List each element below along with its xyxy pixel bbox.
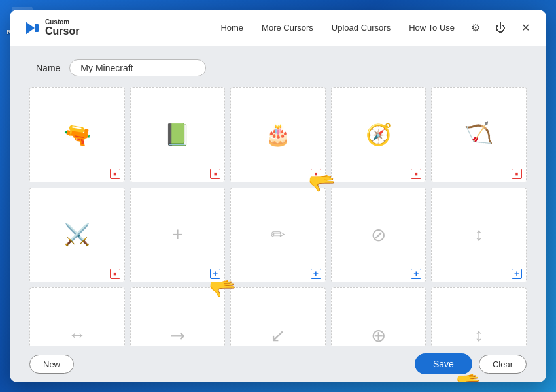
add-plus-button[interactable]: + xyxy=(210,269,220,279)
save-wrapper: Save 🫳 xyxy=(415,353,472,374)
cursor-cell-move[interactable]: ⊕ + xyxy=(331,287,426,346)
cursor-cell-book[interactable]: 📗 ▪ xyxy=(130,87,226,182)
pencil-icon: ✏ xyxy=(271,225,285,245)
nav-how-to-use[interactable]: How To Use xyxy=(409,23,455,33)
clear-button[interactable]: Clear xyxy=(479,355,527,374)
logo-cursor: Cursor xyxy=(45,25,79,37)
close-button[interactable]: ✕ xyxy=(517,20,533,36)
cursor-cell-resize-v2[interactable]: ↕ + xyxy=(431,287,527,346)
delete-book-button[interactable]: ▪ xyxy=(210,169,220,179)
svg-marker-0 xyxy=(26,22,35,35)
cursor-cell-compass[interactable]: 🧭 ▪ xyxy=(331,87,426,182)
nav-more-cursors[interactable]: More Cursors xyxy=(262,23,313,33)
footer: New Save 🫳 Clear xyxy=(10,346,546,382)
svg-rect-1 xyxy=(35,24,39,32)
nav-home[interactable]: Home xyxy=(220,23,243,33)
cursor-cell-pencil[interactable]: ✏ + xyxy=(230,188,326,283)
diagonal-2-icon: ↙ xyxy=(270,325,285,346)
bow-icon: 🏹 xyxy=(464,120,494,149)
app-window: Custom Cursor Home More Cursors Upload C… xyxy=(10,10,546,382)
cursor-cell-diag2[interactable]: ↙ + xyxy=(230,287,326,346)
cursor-cell-cake[interactable]: 🎂 ▪ 🫳 xyxy=(230,87,326,182)
footer-right: Save 🫳 Clear xyxy=(415,353,527,374)
logo: Custom Cursor xyxy=(23,18,79,37)
name-input[interactable] xyxy=(69,59,206,76)
nav-upload-cursors[interactable]: Upload Cursors xyxy=(332,23,391,33)
cake-icon: 🎂 xyxy=(265,122,291,147)
resize-vertical-2-icon: ↕ xyxy=(474,325,483,346)
power-button[interactable]: ⏻ xyxy=(493,20,508,36)
compass-icon: 🧭 xyxy=(366,122,392,147)
cursor-cell-bow[interactable]: 🏹 ▪ xyxy=(431,87,527,182)
delete-compass-button[interactable]: ▪ xyxy=(411,169,421,179)
delete-cake-button[interactable]: ▪ xyxy=(311,169,321,179)
nav-links: Home More Cursors Upload Cursors How To … xyxy=(220,23,455,33)
nav-actions: ⚙ ⏻ ✕ xyxy=(468,20,533,36)
content-area: Name 🔫 ▪ 📗 ▪ 🎂 ▪ 🫳 🧭 ▪ xyxy=(10,46,546,346)
add-pencil-button[interactable]: + xyxy=(311,269,321,279)
logo-arrow-icon xyxy=(23,19,41,37)
name-row: Name xyxy=(29,59,527,76)
logo-custom: Custom xyxy=(45,18,79,25)
delete-gun-button[interactable]: ▪ xyxy=(110,169,120,179)
move-icon: ⊕ xyxy=(371,325,386,346)
no-cursor-icon: ⊘ xyxy=(371,224,386,246)
cursor-cell-resize-v[interactable]: ↕ + xyxy=(431,188,527,283)
gun-icon: 🔫 xyxy=(61,119,93,150)
diagonal-1-icon: ↗ xyxy=(165,322,191,346)
resize-horizontal-icon: ↔ xyxy=(68,325,86,346)
cursor-grid: 🔫 ▪ 📗 ▪ 🎂 ▪ 🫳 🧭 ▪ 🏹 ▪ xyxy=(29,87,527,346)
cursor-cell-sword[interactable]: ⚔️ ▪ xyxy=(29,188,125,283)
delete-sword-button[interactable]: ▪ xyxy=(110,269,120,279)
add-no-cursor-button[interactable]: + xyxy=(411,269,421,279)
sword-icon: ⚔️ xyxy=(64,222,90,247)
new-button[interactable]: New xyxy=(29,355,74,374)
settings-button[interactable]: ⚙ xyxy=(468,20,483,36)
name-label: Name xyxy=(36,63,60,73)
add-resize-v-button[interactable]: + xyxy=(512,269,522,279)
cursor-cell-diag1[interactable]: ↗ + xyxy=(130,287,226,346)
logo-text: Custom Cursor xyxy=(45,18,79,37)
cursor-cell-resize-h[interactable]: ↔ + xyxy=(29,287,125,346)
resize-vertical-icon: ↕ xyxy=(474,224,483,245)
cursor-cell-plus[interactable]: + + 🫳 xyxy=(130,188,226,283)
cursor-cell-gun[interactable]: 🔫 ▪ xyxy=(29,87,125,182)
cursor-cell-no-cursor[interactable]: ⊘ + xyxy=(331,188,426,283)
delete-bow-button[interactable]: ▪ xyxy=(512,169,522,179)
book-icon: 📗 xyxy=(164,122,190,147)
plus-icon: + xyxy=(172,223,184,246)
header: Custom Cursor Home More Cursors Upload C… xyxy=(10,10,546,46)
save-button[interactable]: Save xyxy=(415,353,472,374)
